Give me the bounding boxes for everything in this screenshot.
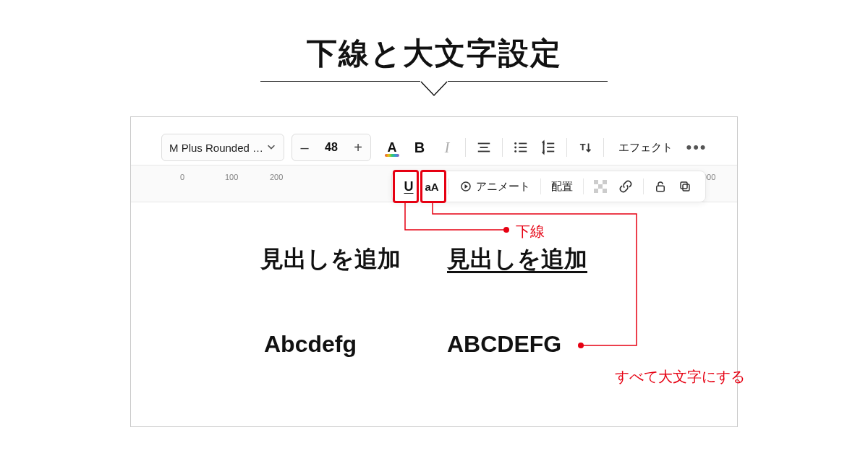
- svg-point-3: [514, 142, 516, 145]
- align-center-icon: [476, 139, 492, 155]
- font-size-stepper: – 48 +: [292, 134, 371, 161]
- sample-text-mixedcase: Abcdefg: [264, 331, 357, 358]
- italic-icon: I: [445, 139, 450, 156]
- font-size-increase[interactable]: +: [346, 134, 370, 160]
- font-family-label: M Plus Rounded …: [169, 142, 263, 154]
- svg-rect-22: [683, 184, 689, 191]
- svg-point-4: [514, 147, 516, 149]
- sample-heading-underline: 見出しを追加: [447, 244, 587, 275]
- transparency-icon: [594, 180, 607, 193]
- uppercase-button[interactable]: aA: [420, 174, 444, 199]
- align-button[interactable]: [470, 134, 498, 161]
- line-spacing-icon: [540, 139, 556, 155]
- underline-icon: U: [404, 179, 414, 194]
- annotation-uppercase: すべて大文字にする: [615, 367, 745, 387]
- ruler-tick: 200: [270, 173, 283, 181]
- heading-caret: [260, 81, 608, 97]
- effects-button[interactable]: エフェクト: [608, 134, 683, 161]
- uppercase-icon: aA: [425, 181, 438, 193]
- svg-rect-19: [594, 189, 598, 193]
- annotation-underline: 下線: [516, 222, 545, 241]
- svg-rect-16: [594, 180, 598, 184]
- animate-button[interactable]: アニメート: [454, 174, 536, 199]
- color-swatch-bar: [385, 154, 399, 157]
- unlock-icon: [654, 180, 667, 193]
- svg-rect-23: [681, 182, 687, 189]
- font-family-dropdown[interactable]: M Plus Rounded …: [161, 134, 284, 161]
- sample-heading-plain: 見出しを追加: [260, 244, 401, 275]
- vertical-text-icon: T: [577, 139, 593, 155]
- chevron-down-icon: [266, 142, 276, 154]
- link-icon: [618, 179, 633, 194]
- lock-button[interactable]: [648, 174, 673, 199]
- svg-rect-17: [603, 180, 607, 184]
- svg-rect-18: [598, 184, 603, 189]
- list-icon: [513, 139, 529, 155]
- more-icon: •••: [686, 138, 707, 157]
- list-button[interactable]: [507, 134, 535, 161]
- more-button[interactable]: •••: [683, 134, 710, 161]
- animate-label: アニメート: [476, 180, 530, 194]
- font-size-value[interactable]: 48: [317, 141, 346, 154]
- vertical-text-button[interactable]: T: [571, 134, 599, 161]
- sample-text-uppercase: ABCDEFG: [447, 331, 561, 358]
- bold-button[interactable]: B: [406, 134, 433, 161]
- position-button[interactable]: 配置: [545, 174, 579, 199]
- secondary-toolbar: U aA アニメート 配置: [391, 171, 706, 202]
- ruler-tick: 0: [180, 173, 184, 181]
- animate-icon: [459, 180, 472, 193]
- font-size-decrease[interactable]: –: [292, 134, 317, 160]
- link-button[interactable]: [613, 174, 639, 199]
- underline-button[interactable]: U: [398, 174, 420, 199]
- svg-text:T: T: [580, 142, 586, 152]
- copy-icon: [678, 180, 692, 193]
- ruler-tick: 100: [225, 173, 238, 181]
- transparency-button[interactable]: [588, 174, 613, 199]
- duplicate-button[interactable]: [673, 174, 697, 199]
- svg-point-5: [514, 150, 516, 152]
- text-color-icon: A: [388, 140, 397, 155]
- text-color-button[interactable]: A: [378, 134, 406, 161]
- text-toolbar: M Plus Rounded … – 48 + A B I: [161, 132, 710, 163]
- svg-rect-21: [657, 186, 665, 192]
- bold-icon: B: [414, 139, 425, 156]
- page-title: 下線と大文字設定: [0, 33, 868, 74]
- spacing-button[interactable]: [535, 134, 562, 161]
- italic-button[interactable]: I: [433, 134, 461, 161]
- svg-rect-20: [603, 189, 607, 193]
